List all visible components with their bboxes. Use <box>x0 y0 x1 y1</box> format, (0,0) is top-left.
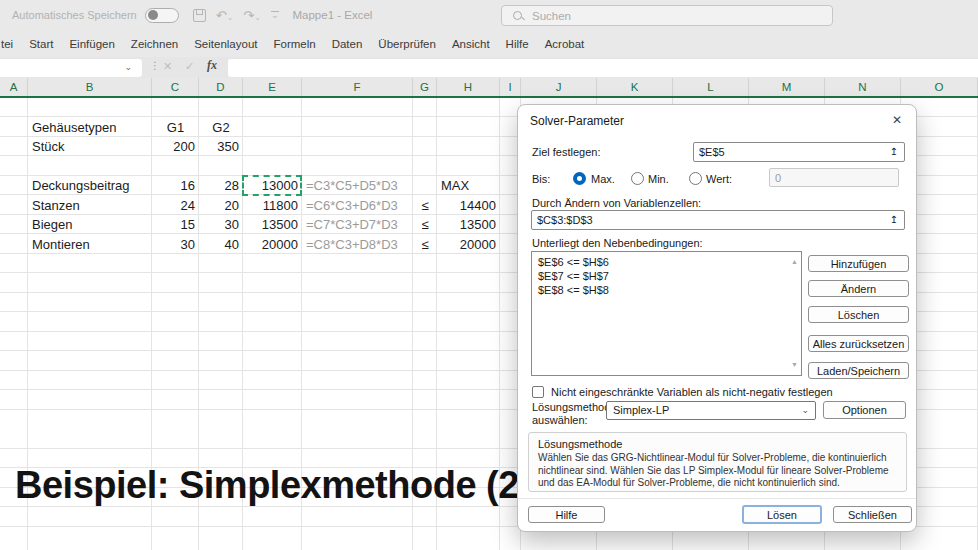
column-header-N[interactable]: N <box>825 78 901 96</box>
help-button[interactable]: Hilfe <box>528 506 605 523</box>
cancel-icon[interactable]: ✕ <box>163 60 172 73</box>
name-box[interactable]: ⌄ <box>0 59 142 77</box>
tab-acrobat[interactable]: Acrobat <box>537 38 593 50</box>
tab-tei[interactable]: tei <box>0 38 21 50</box>
close-button[interactable]: Schließen <box>833 506 912 523</box>
cell-H7[interactable]: 13500 <box>437 215 500 235</box>
column-header-K[interactable]: K <box>597 78 673 96</box>
formula-input[interactable] <box>228 59 978 77</box>
column-header-A[interactable]: A <box>0 78 28 96</box>
add-button[interactable]: Hinzufügen <box>808 255 909 272</box>
column-header-E[interactable]: E <box>243 78 302 96</box>
range-picker-icon[interactable]: ↥ <box>886 145 902 159</box>
undo-button[interactable]: ↶⌄ <box>216 6 234 24</box>
drag-handle-icon[interactable]: ⋮ <box>150 60 159 71</box>
tab-daten[interactable]: Daten <box>324 38 371 50</box>
cell-D8[interactable]: 40 <box>199 235 243 255</box>
column-header-C[interactable]: C <box>152 78 199 96</box>
radio-value[interactable] <box>689 172 702 185</box>
cell-E6[interactable]: 11800 <box>243 196 302 216</box>
tab-ansicht[interactable]: Ansicht <box>444 38 498 50</box>
autosave-toggle[interactable] <box>145 8 179 23</box>
cell-H8[interactable]: 20000 <box>437 235 500 255</box>
cell-C3[interactable]: 200 <box>152 137 199 157</box>
cell-D5[interactable]: 28 <box>199 176 243 196</box>
tab-einf-gen[interactable]: Einfügen <box>61 38 122 50</box>
cell-D3[interactable]: 350 <box>199 137 243 157</box>
reset-button[interactable]: Alles zurücksetzen <box>808 335 909 352</box>
cell-E8[interactable]: 20000 <box>243 235 302 255</box>
column-header-G[interactable]: G <box>413 78 437 96</box>
range-picker-icon[interactable]: ↥ <box>886 213 902 227</box>
column-header-F[interactable]: F <box>302 78 413 96</box>
cell-H5[interactable]: MAX <box>437 176 500 196</box>
method-dropdown[interactable]: Simplex-LP ⌄ <box>606 401 816 420</box>
redo-button[interactable]: ↷⌄ <box>243 6 261 24</box>
cell-B8[interactable]: Montieren <box>28 235 152 255</box>
cell-B7[interactable]: Biegen <box>28 215 152 235</box>
cell-G8[interactable]: ≤ <box>413 235 437 255</box>
close-icon[interactable]: ✕ <box>888 111 906 129</box>
cell-F5[interactable]: =C3*C5+D5*D3 <box>302 176 413 196</box>
options-button[interactable]: Optionen <box>823 401 906 419</box>
constraint-item[interactable]: $E$8 <= $H$8 <box>538 283 795 297</box>
save-icon[interactable] <box>193 9 206 22</box>
cell-F8[interactable]: =C8*C3+D8*D3 <box>302 235 413 255</box>
column-header-D[interactable]: D <box>199 78 243 96</box>
customize-qat-icon[interactable]: ⌄ <box>271 11 279 19</box>
cell-H6[interactable]: 14400 <box>437 196 500 216</box>
cell-F7[interactable]: =C7*C3+D7*D3 <box>302 215 413 235</box>
cell-B6[interactable]: Stanzen <box>28 196 152 216</box>
target-input[interactable]: $E$5 ↥ <box>693 142 905 162</box>
variables-input[interactable]: $C$3:$D$3 ↥ <box>531 210 905 230</box>
cell-B2[interactable]: Gehäusetypen <box>28 118 152 138</box>
column-header-O[interactable]: O <box>901 78 978 96</box>
scroll-down-icon[interactable]: ▼ <box>791 358 798 372</box>
column-header-J[interactable]: J <box>521 78 597 96</box>
constraints-listbox[interactable]: ▲ ▼ $E$6 <= $H$6$E$7 <= $H$7$E$8 <= $H$8 <box>531 251 802 376</box>
radio-min-label[interactable]: Min. <box>648 173 669 185</box>
nonneg-label[interactable]: Nicht eingeschränkte Variablen als nicht… <box>551 386 833 398</box>
radio-value-label[interactable]: Wert: <box>706 173 732 185</box>
cell-D2[interactable]: G2 <box>199 118 243 138</box>
column-header-L[interactable]: L <box>673 78 749 96</box>
cell-B5[interactable]: Deckungsbeitrag <box>28 176 152 196</box>
insert-function-icon[interactable]: fx <box>207 58 217 73</box>
column-header-I[interactable]: I <box>500 78 521 96</box>
constraint-item[interactable]: $E$6 <= $H$6 <box>538 255 795 269</box>
change-button[interactable]: Ändern <box>808 280 909 297</box>
column-header-B[interactable]: B <box>28 78 152 96</box>
cell-G6[interactable]: ≤ <box>413 196 437 216</box>
cell-D7[interactable]: 30 <box>199 215 243 235</box>
tab-zeichnen[interactable]: Zeichnen <box>123 38 186 50</box>
enter-icon[interactable]: ✓ <box>185 60 194 73</box>
column-header-M[interactable]: M <box>749 78 825 96</box>
scroll-up-icon[interactable]: ▲ <box>791 255 798 269</box>
tab-hilfe[interactable]: Hilfe <box>498 38 537 50</box>
cell-C6[interactable]: 24 <box>152 196 199 216</box>
tab-formeln[interactable]: Formeln <box>265 38 323 50</box>
chevron-down-icon[interactable]: ⌄ <box>124 62 132 72</box>
cell-C2[interactable]: G1 <box>152 118 199 138</box>
search-input[interactable]: Suchen <box>501 5 833 26</box>
column-header-H[interactable]: H <box>437 78 500 96</box>
radio-min[interactable] <box>631 172 644 185</box>
cell-C7[interactable]: 15 <box>152 215 199 235</box>
solve-button[interactable]: Lösen <box>742 505 822 524</box>
nonneg-checkbox[interactable] <box>532 386 544 398</box>
load-save-button[interactable]: Laden/Speichern <box>808 362 909 379</box>
constraint-item[interactable]: $E$7 <= $H$7 <box>538 269 795 283</box>
cell-E7[interactable]: 13500 <box>243 215 302 235</box>
tab--berpr-fen[interactable]: Überprüfen <box>370 38 444 50</box>
radio-max[interactable] <box>573 172 586 185</box>
cell-D6[interactable]: 20 <box>199 196 243 216</box>
cell-B3[interactable]: Stück <box>28 137 152 157</box>
tab-start[interactable]: Start <box>21 38 61 50</box>
cell-F6[interactable]: =C6*C3+D6*D3 <box>302 196 413 216</box>
cell-C8[interactable]: 30 <box>152 235 199 255</box>
cell-G7[interactable]: ≤ <box>413 215 437 235</box>
delete-button[interactable]: Löschen <box>808 306 909 323</box>
cell-C5[interactable]: 16 <box>152 176 199 196</box>
radio-max-label[interactable]: Max. <box>591 173 615 185</box>
tab-seitenlayout[interactable]: Seitenlayout <box>186 38 265 50</box>
